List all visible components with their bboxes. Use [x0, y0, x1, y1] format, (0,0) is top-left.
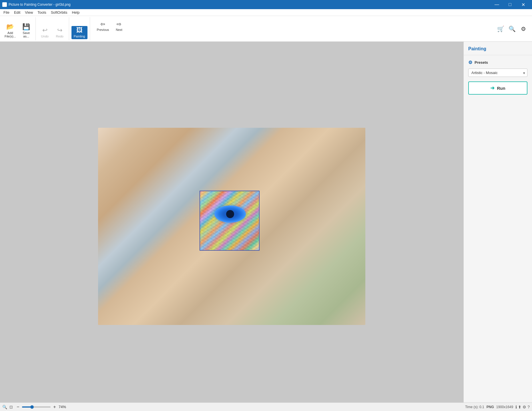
preset-dropdown[interactable]: Artistic - Mosaic Artistic - Watercolor … — [468, 69, 527, 77]
menu-tools[interactable]: Tools — [35, 10, 48, 15]
maximize-button[interactable]: □ — [503, 0, 517, 9]
zoom-fit-icon[interactable]: 🔍 — [2, 405, 7, 409]
zoom-percent: 74% — [59, 405, 69, 409]
image-dimensions: 1900x1649 — [496, 405, 513, 409]
preset-select-wrapper: Artistic - Mosaic Artistic - Watercolor … — [468, 69, 527, 77]
zoom-control: − + 74% — [15, 404, 69, 410]
save-icon: 💾 — [22, 24, 30, 30]
redo-button[interactable]: ↪ Redo — [53, 26, 67, 39]
painting-icon: 🖼 — [76, 27, 83, 33]
add-files-button[interactable]: 📂 Add File(s)... — [2, 23, 18, 39]
image-container — [98, 128, 365, 325]
mosaic-overlay — [200, 191, 260, 251]
add-files-icon: 📂 — [6, 24, 14, 30]
minimize-button[interactable]: — — [490, 0, 503, 9]
ribbon-file-items: 📂 Add File(s)... 💾 Save as... — [2, 18, 33, 39]
presets-section: ⚙ Presets — [468, 60, 527, 65]
status-bar: 🔍 ⊡ − + 74% Time (s): 0.1 PNG 1900x1649 … — [0, 402, 532, 411]
menu-edit[interactable]: Edit — [12, 10, 23, 15]
share-icon[interactable]: ⬆ — [518, 405, 521, 409]
zoom-slider-thumb[interactable] — [30, 405, 34, 409]
ribbon-painting-items: 🖼 Painting — [71, 18, 87, 39]
menu-softorbits[interactable]: SoftOrbits — [49, 10, 70, 15]
zoom-slider[interactable] — [22, 406, 51, 408]
ribbon-group-painting: 🖼 Painting — [69, 17, 90, 40]
previous-button[interactable]: ⇦ Previous — [95, 19, 111, 33]
close-button[interactable]: ✕ — [517, 0, 530, 9]
painting-label: Painting — [74, 35, 85, 38]
ribbon-group-file: 📂 Add File(s)... 💾 Save as... — [0, 17, 36, 40]
menu-view[interactable]: View — [23, 10, 35, 15]
painting-tab-button[interactable]: 🖼 Painting — [71, 26, 87, 39]
undo-label: Undo — [41, 35, 49, 38]
eye-effect — [214, 206, 246, 223]
info-icon[interactable]: ℹ — [515, 405, 517, 409]
run-button[interactable]: ➜ Run — [468, 81, 527, 95]
menu-file[interactable]: File — [1, 10, 12, 15]
next-label: Next — [116, 28, 122, 31]
title-bar: 🖼 Picture to Painting Converter - girl3d… — [0, 0, 532, 9]
undo-button[interactable]: ↩ Undo — [38, 26, 52, 39]
panel-content: ⚙ Presets Artistic - Mosaic Artistic - W… — [464, 55, 532, 99]
add-files-label: Add File(s)... — [5, 31, 16, 38]
search-icon[interactable]: 🔍 — [507, 24, 517, 34]
processing-time: Time (s): 0.1 — [465, 405, 484, 409]
status-right: Time (s): 0.1 PNG 1900x1649 ℹ ⬆ ⚙ ? — [465, 405, 530, 409]
run-arrow-icon: ➜ — [490, 85, 495, 91]
next-button[interactable]: ⇨ Next — [113, 19, 125, 33]
title-bar-controls: — □ ✕ — [490, 0, 530, 9]
photo-background — [98, 128, 365, 325]
next-icon: ⇨ — [117, 21, 121, 27]
status-icons: ℹ ⬆ ⚙ ? — [515, 405, 530, 409]
canvas-area — [0, 42, 463, 402]
ribbon-right-icons: 🛒 🔍 ⚙ — [492, 17, 532, 40]
window-title: Picture to Painting Converter - girl3d.p… — [9, 3, 71, 7]
app-icon: 🖼 — [2, 2, 7, 7]
run-label: Run — [497, 86, 505, 91]
undo-icon: ↩ — [42, 27, 47, 33]
previous-icon: ⇦ — [100, 21, 105, 27]
ribbon-nav-group: ⇦ Previous ⇨ Next — [90, 17, 129, 40]
settings-icon[interactable]: ⚙ — [518, 24, 529, 34]
presets-label-text: Presets — [475, 60, 488, 65]
ribbon-group-edit: ↩ Undo ↪ Redo — [36, 17, 69, 40]
help-icon[interactable]: ? — [527, 405, 530, 409]
redo-icon: ↪ — [57, 27, 62, 33]
file-format: PNG — [487, 405, 494, 409]
zoom-actual-icon[interactable]: ⊡ — [9, 405, 13, 409]
redo-label: Redo — [56, 35, 63, 38]
menu-bar: File Edit View Tools SoftOrbits Help — [0, 9, 532, 16]
save-label: Save as... — [23, 31, 30, 38]
nav-arrows: ⇦ Previous ⇨ Next — [95, 19, 125, 33]
ribbon-spacer — [129, 17, 492, 40]
right-panel: Painting ⚙ Presets Artistic - Mosaic Art… — [463, 42, 532, 402]
panel-title: Painting — [464, 42, 532, 55]
options-icon[interactable]: ⚙ — [523, 405, 526, 409]
cart-icon[interactable]: 🛒 — [495, 24, 506, 34]
main-content: Painting ⚙ Presets Artistic - Mosaic Art… — [0, 42, 532, 402]
save-as-button[interactable]: 💾 Save as... — [19, 23, 33, 39]
zoom-minus-button[interactable]: − — [15, 404, 21, 410]
ribbon: 📂 Add File(s)... 💾 Save as... ↩ Undo — [0, 16, 532, 42]
zoom-plus-button[interactable]: + — [52, 404, 57, 410]
presets-icon: ⚙ — [468, 60, 472, 65]
title-bar-left: 🖼 Picture to Painting Converter - girl3d… — [2, 2, 71, 7]
previous-label: Previous — [97, 28, 109, 31]
ribbon-edit-items: ↩ Undo ↪ Redo — [38, 18, 67, 39]
menu-help[interactable]: Help — [69, 10, 82, 15]
